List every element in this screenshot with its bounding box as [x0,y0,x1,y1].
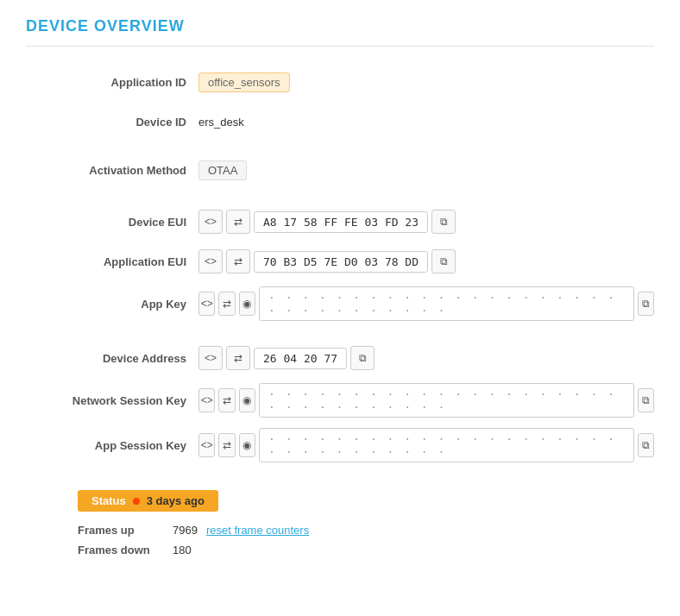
device-eui-row: Device EUI <> ⇄ A8 17 58 FF FE 03 FD 23 … [26,207,654,236]
application-eui-value: 70 B3 D5 7E D0 03 78 DD [254,251,428,273]
network-session-key-eye-btn[interactable]: ◉ [239,388,255,412]
device-address-copy-btn[interactable]: ⧉ [350,346,375,370]
frames-down-label: Frames down [78,544,173,556]
activation-method-label: Activation Method [26,164,198,177]
copy-icon: ⧉ [642,394,650,406]
network-session-key-copy-btn[interactable]: ⧉ [638,388,654,412]
device-eui-label: Device EUI [26,216,198,229]
network-session-key-code-btn[interactable]: <> [198,388,215,412]
network-session-key-value: · · · · · · · · · · · · · · · · · · · · … [259,383,634,418]
swap-icon: ⇄ [223,298,231,310]
application-eui-row: Application EUI <> ⇄ 70 B3 D5 7E D0 03 7… [26,247,654,276]
eye-icon: ◉ [242,439,251,451]
app-key-controls: <> ⇄ ◉ · · · · · · · · · · · · · · · · ·… [198,286,654,321]
frames-down-row: Frames down 180 [26,544,654,556]
app-session-key-row: App Session Key <> ⇄ ◉ · · · · · · · · ·… [26,428,654,462]
application-id-badge: office_sensors [198,72,290,92]
swap-icon: ⇄ [223,394,231,406]
device-address-value: 26 04 20 77 [254,348,347,369]
app-session-key-swap-btn[interactable]: ⇄ [218,433,235,457]
device-address-code-btn[interactable]: <> [198,346,223,370]
app-session-key-code-btn[interactable]: <> [198,433,215,457]
device-address-label: Device Address [26,352,198,365]
activation-method-row: Activation Method OTAA [26,155,654,185]
app-key-copy-btn[interactable]: ⧉ [638,292,654,316]
copy-icon: ⧉ [642,298,650,310]
copy-icon: ⧉ [440,216,448,228]
device-id-row: Device ID ers_desk [26,107,654,136]
network-session-key-swap-btn[interactable]: ⇄ [218,388,235,412]
app-key-swap-btn[interactable]: ⇄ [218,292,235,316]
swap-icon: ⇄ [223,439,231,451]
copy-icon: ⧉ [440,255,448,267]
device-address-swap-btn[interactable]: ⇄ [226,346,250,370]
app-session-key-label: App Session Key [26,439,198,452]
activation-method-badge: OTAA [198,160,247,180]
app-session-key-copy-btn[interactable]: ⧉ [638,433,654,457]
reset-frame-counters-link[interactable]: reset frame counters [206,524,309,537]
frames-up-row: Frames up 7969 reset frame counters [26,524,654,537]
app-session-key-value: · · · · · · · · · · · · · · · · · · · · … [259,428,634,462]
application-eui-code-btn[interactable]: <> [198,249,223,273]
app-key-row: App Key <> ⇄ ◉ · · · · · · · · · · · · ·… [26,286,654,321]
network-session-key-row: Network Session Key <> ⇄ ◉ · · · · · · ·… [26,383,654,418]
eye-icon: ◉ [242,394,251,406]
app-session-key-eye-btn[interactable]: ◉ [239,433,255,457]
network-session-key-controls: <> ⇄ ◉ · · · · · · · · · · · · · · · · ·… [198,383,654,418]
status-time: 3 days ago [147,494,205,507]
copy-icon: ⧉ [359,352,367,364]
swap-icon: ⇄ [234,255,242,267]
device-eui-copy-btn[interactable]: ⧉ [431,210,456,234]
network-session-key-label: Network Session Key [26,394,198,407]
device-eui-code-btn[interactable]: <> [198,210,223,234]
app-session-key-controls: <> ⇄ ◉ · · · · · · · · · · · · · · · · ·… [198,428,654,462]
app-key-label: App Key [26,298,198,311]
device-id-value: ers_desk [198,116,244,129]
device-eui-controls: <> ⇄ A8 17 58 FF FE 03 FD 23 ⧉ [198,210,456,234]
code-icon: <> [205,216,217,228]
code-icon: <> [205,352,217,364]
app-key-code-btn[interactable]: <> [198,292,215,316]
frames-down-value: 180 [173,544,192,556]
device-address-row: Device Address <> ⇄ 26 04 20 77 ⧉ [26,343,654,373]
swap-icon: ⇄ [234,216,242,228]
application-id-row: Application ID office_sensors [26,67,654,97]
eye-icon: ◉ [242,298,251,310]
code-icon: <> [201,439,213,451]
frames-up-value: 7969 [173,524,198,537]
status-bar-container: Status 3 days ago [26,490,654,512]
frames-up-label: Frames up [78,524,173,537]
status-bar: Status 3 days ago [78,490,218,512]
application-id-label: Application ID [26,76,198,89]
app-key-value: · · · · · · · · · · · · · · · · · · · · … [259,286,634,321]
copy-icon: ⧉ [642,439,650,451]
device-eui-value: A8 17 58 FF FE 03 FD 23 [254,211,428,233]
code-icon: <> [201,394,213,406]
swap-icon: ⇄ [234,352,242,364]
status-dot [133,498,140,505]
application-eui-label: Application EUI [26,255,198,268]
application-eui-copy-btn[interactable]: ⧉ [431,249,456,273]
code-icon: <> [205,255,217,267]
code-icon: <> [201,298,213,310]
page-container: DEVICE OVERVIEW Application ID office_se… [0,0,680,581]
activation-method-value: OTAA [198,164,247,177]
device-address-controls: <> ⇄ 26 04 20 77 ⧉ [198,346,375,370]
device-eui-swap-btn[interactable]: ⇄ [226,210,250,234]
app-key-eye-btn[interactable]: ◉ [239,292,255,316]
device-id-label: Device ID [26,116,198,129]
page-title: DEVICE OVERVIEW [26,17,654,47]
application-eui-controls: <> ⇄ 70 B3 D5 7E D0 03 78 DD ⧉ [198,249,456,273]
status-label: Status [91,494,126,507]
application-id-value: office_sensors [198,76,290,89]
application-eui-swap-btn[interactable]: ⇄ [226,249,250,273]
